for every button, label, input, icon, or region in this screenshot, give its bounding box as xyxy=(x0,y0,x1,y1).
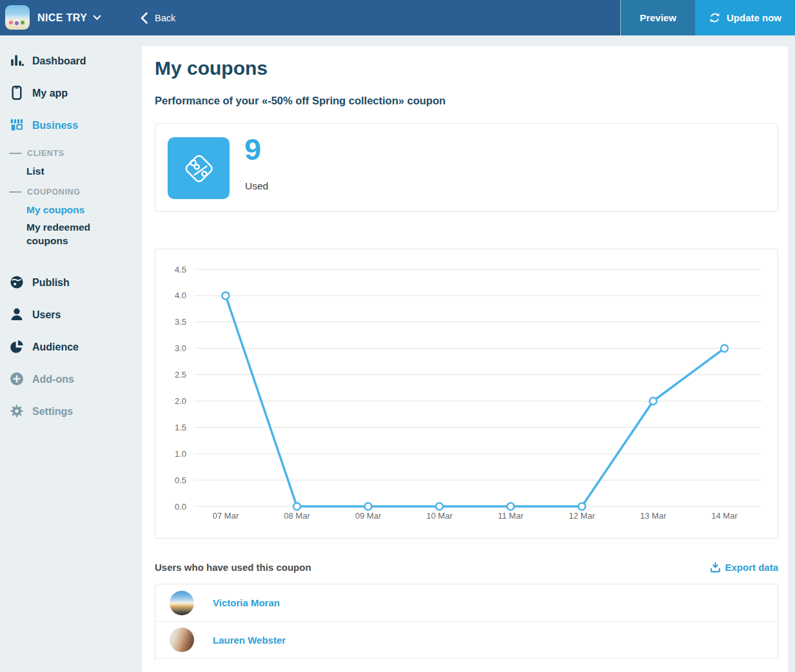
sidebar-item-add-ons[interactable]: Add-ons xyxy=(0,363,142,395)
sidebar-item-label: Users xyxy=(32,308,61,322)
users-section-header: Users who have used this coupon Export d… xyxy=(155,562,778,573)
sidebar-item-label: My redeemed coupons xyxy=(26,220,117,247)
svg-text:12 Mar: 12 Mar xyxy=(569,511,595,521)
update-now-button[interactable]: Update now xyxy=(695,0,795,35)
storefront-icon xyxy=(8,117,25,133)
pie-chart-icon xyxy=(8,339,25,355)
preview-label: Preview xyxy=(640,12,676,23)
svg-text:0.0: 0.0 xyxy=(175,502,186,512)
svg-text:2.0: 2.0 xyxy=(175,396,186,406)
export-data-link[interactable]: Export data xyxy=(710,562,778,573)
svg-text:4.5: 4.5 xyxy=(175,265,186,274)
svg-text:10 Mar: 10 Mar xyxy=(426,511,453,521)
usage-chart-card: 0.00.51.01.52.02.53.03.54.04.507 Mar08 M… xyxy=(155,249,778,539)
sidebar-item-list[interactable]: List xyxy=(0,162,142,180)
coupon-tag-icon xyxy=(168,137,230,199)
sidebar-item-my-redeemed-coupons[interactable]: My redeemed coupons xyxy=(0,218,142,249)
main-area: My coupons Performance of your «-50% off… xyxy=(142,35,795,672)
sidebar-group-label: CLIENTS xyxy=(27,149,64,158)
sidebar-item-label: List xyxy=(26,164,44,178)
svg-text:11 Mar: 11 Mar xyxy=(498,511,524,521)
sidebar-item-business[interactable]: Business xyxy=(0,109,142,141)
sidebar-item-dashboard[interactable]: Dashboard xyxy=(0,44,142,77)
sidebar: Dashboard My app Business CLIENTS xyxy=(0,35,142,672)
svg-text:3.5: 3.5 xyxy=(175,317,186,327)
chevron-down-icon xyxy=(93,15,101,21)
users-list: Victoria Moran Lauren Webster xyxy=(155,584,778,660)
avatar xyxy=(170,628,194,652)
preview-button[interactable]: Preview xyxy=(620,0,695,35)
app-name: NICE TRY xyxy=(37,12,87,24)
svg-text:07 Mar: 07 Mar xyxy=(213,511,239,521)
users-heading: Users who have used this coupon xyxy=(155,562,311,573)
sidebar-item-my-coupons[interactable]: My coupons xyxy=(0,200,142,218)
globe-icon xyxy=(8,274,25,291)
sidebar-item-label: Audience xyxy=(32,340,79,354)
svg-text:1.0: 1.0 xyxy=(175,449,186,459)
coupon-stat-card: 9 Used xyxy=(155,123,778,212)
update-now-label: Update now xyxy=(727,12,781,23)
back-label: Back xyxy=(155,13,175,23)
download-icon xyxy=(710,562,721,573)
bar-chart-icon xyxy=(8,53,25,69)
sidebar-group-clients: CLIENTS xyxy=(0,145,142,162)
dash-icon xyxy=(9,153,22,154)
svg-text:09 Mar: 09 Mar xyxy=(355,511,382,521)
sidebar-item-label: Publish xyxy=(32,276,70,289)
app-logo[interactable] xyxy=(5,5,30,30)
sidebar-item-label: Dashboard xyxy=(32,54,86,68)
back-button[interactable]: Back xyxy=(141,0,175,35)
gear-icon xyxy=(8,403,25,419)
export-data-label: Export data xyxy=(725,562,778,573)
svg-text:4.0: 4.0 xyxy=(175,291,186,300)
user-name-link[interactable]: Lauren Webster xyxy=(213,635,286,646)
page-title: My coupons xyxy=(155,57,778,79)
user-row[interactable]: Victoria Moran xyxy=(155,584,778,621)
svg-text:2.5: 2.5 xyxy=(175,370,186,379)
svg-text:13 Mar: 13 Mar xyxy=(640,511,667,521)
sidebar-group-couponing: COUPONING xyxy=(0,184,142,200)
sidebar-item-label: Business xyxy=(32,119,78,132)
line-chart: 0.00.51.01.52.02.53.03.54.04.507 Mar08 M… xyxy=(155,249,778,538)
user-row[interactable]: Lauren Webster xyxy=(155,621,778,658)
plus-circle-icon xyxy=(8,371,25,387)
sidebar-item-publish[interactable]: Publish xyxy=(0,266,142,298)
user-icon xyxy=(8,307,25,323)
app-switcher[interactable]: NICE TRY xyxy=(37,0,101,35)
topbar: NICE TRY Back Preview Update now xyxy=(0,0,795,35)
sidebar-item-users[interactable]: Users xyxy=(0,298,142,331)
sidebar-item-my-app[interactable]: My app xyxy=(0,77,142,109)
sidebar-item-settings[interactable]: Settings xyxy=(0,395,142,427)
svg-text:0.5: 0.5 xyxy=(175,475,186,485)
sidebar-item-label: My coupons xyxy=(26,203,84,216)
used-count-label: Used xyxy=(245,180,268,192)
sidebar-item-label: Add-ons xyxy=(32,372,74,386)
chevron-left-icon xyxy=(141,12,148,24)
dash-icon xyxy=(9,191,22,193)
refresh-icon xyxy=(709,12,721,24)
used-count-value: 9 xyxy=(244,131,261,167)
sidebar-group-label: COUPONING xyxy=(27,187,81,197)
sidebar-item-audience[interactable]: Audience xyxy=(0,331,142,363)
user-row-partial xyxy=(155,658,778,660)
smartphone-icon xyxy=(8,85,25,101)
avatar xyxy=(170,591,194,615)
sidebar-item-label: My app xyxy=(32,86,68,100)
sidebar-item-label: Settings xyxy=(32,405,73,418)
svg-text:08 Mar: 08 Mar xyxy=(284,511,310,521)
svg-text:1.5: 1.5 xyxy=(175,423,186,432)
content-panel: My coupons Performance of your «-50% off… xyxy=(142,46,788,672)
svg-text:3.0: 3.0 xyxy=(175,343,186,353)
page-subtitle: Performance of your «-50% off Spring col… xyxy=(155,95,778,107)
user-name-link[interactable]: Victoria Moran xyxy=(213,597,280,608)
svg-text:14 Mar: 14 Mar xyxy=(711,511,738,521)
